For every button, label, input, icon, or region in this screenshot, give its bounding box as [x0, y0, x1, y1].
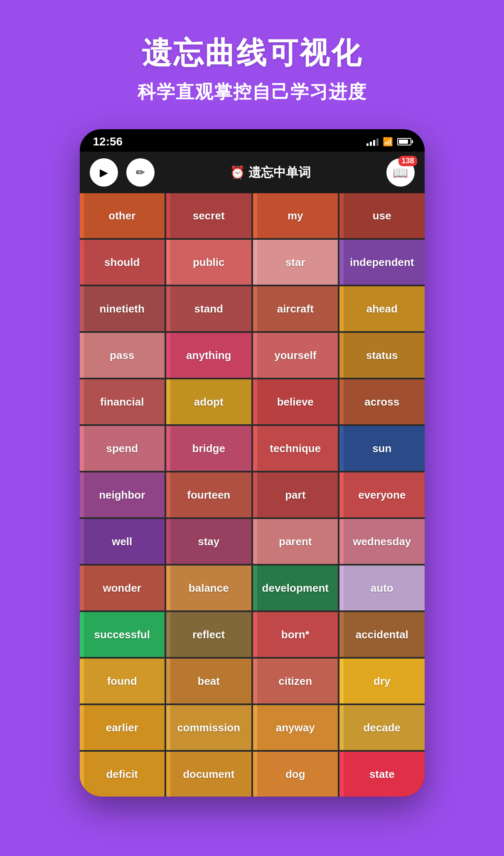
- word-cell[interactable]: public: [166, 240, 251, 285]
- word-cell[interactable]: spend: [80, 426, 165, 471]
- word-cell[interactable]: earlier: [80, 705, 165, 750]
- edit-button[interactable]: ✏: [126, 158, 155, 187]
- word-cell[interactable]: decade: [339, 705, 425, 750]
- word-cell[interactable]: neighbor: [80, 472, 165, 517]
- word-cell[interactable]: ahead: [339, 286, 425, 331]
- phone-mockup: 12:56 📶 ▶ ✏ ⏰ 遗忘中单词 📖 138 oth: [80, 129, 425, 797]
- word-label: auto: [371, 582, 393, 595]
- word-cell[interactable]: parent: [253, 519, 338, 564]
- word-label: dry: [374, 675, 390, 688]
- word-cell[interactable]: ninetieth: [80, 286, 165, 331]
- word-label: development: [262, 582, 329, 595]
- word-label: sun: [372, 442, 391, 455]
- wifi-icon: 📶: [383, 137, 393, 147]
- word-cell[interactable]: reflect: [166, 612, 251, 657]
- word-grid: othersecretmyuseshouldpublicstarindepend…: [80, 193, 425, 797]
- word-cell[interactable]: adopt: [166, 379, 251, 424]
- word-cell[interactable]: balance: [166, 566, 251, 610]
- word-cell[interactable]: stand: [166, 286, 251, 331]
- word-cell[interactable]: secret: [166, 193, 251, 238]
- word-label: spend: [106, 442, 138, 455]
- word-label: fourteen: [187, 489, 230, 502]
- word-label: parent: [279, 535, 312, 548]
- word-cell[interactable]: everyone: [339, 472, 425, 517]
- word-cell[interactable]: commission: [166, 705, 251, 750]
- word-cell[interactable]: pass: [80, 333, 165, 378]
- word-label: everyone: [358, 489, 406, 502]
- word-cell[interactable]: dog: [253, 752, 338, 797]
- word-label: stand: [194, 303, 223, 315]
- word-label: technique: [270, 442, 321, 455]
- signal-icon: [366, 138, 379, 146]
- word-label: believe: [277, 396, 314, 408]
- word-cell[interactable]: my: [253, 193, 338, 238]
- word-cell[interactable]: citizen: [253, 659, 338, 703]
- word-label: ahead: [366, 303, 398, 315]
- battery-icon: [397, 138, 411, 145]
- word-label: other: [108, 209, 135, 222]
- word-cell[interactable]: across: [339, 379, 425, 424]
- word-cell[interactable]: wednesday: [339, 519, 425, 564]
- word-cell[interactable]: financial: [80, 379, 165, 424]
- play-button[interactable]: ▶: [90, 158, 118, 187]
- word-cell[interactable]: born*: [253, 612, 338, 657]
- word-cell[interactable]: wonder: [80, 566, 165, 610]
- word-cell[interactable]: document: [166, 752, 251, 797]
- word-cell[interactable]: anyway: [253, 705, 338, 750]
- word-cell[interactable]: sun: [339, 426, 425, 471]
- word-label: should: [104, 256, 140, 269]
- word-cell[interactable]: successful: [80, 612, 165, 657]
- word-label: bridge: [192, 442, 225, 455]
- word-label: wonder: [103, 582, 141, 595]
- word-cell[interactable]: deficit: [80, 752, 165, 797]
- word-cell[interactable]: status: [339, 333, 425, 378]
- word-label: decade: [363, 721, 401, 734]
- word-label: pass: [110, 349, 134, 362]
- page-title: 遗忘曲线可视化: [138, 33, 367, 73]
- bookmarks-button[interactable]: 📖 138: [386, 158, 415, 187]
- word-label: earlier: [106, 721, 138, 734]
- word-label: successful: [94, 628, 150, 641]
- word-cell[interactable]: part: [253, 472, 338, 517]
- word-cell[interactable]: bridge: [166, 426, 251, 471]
- word-cell[interactable]: fourteen: [166, 472, 251, 517]
- word-cell[interactable]: star: [253, 240, 338, 285]
- word-label: accidental: [356, 628, 408, 641]
- word-cell[interactable]: use: [339, 193, 425, 238]
- word-cell[interactable]: anything: [166, 333, 251, 378]
- word-label: my: [288, 209, 303, 222]
- status-icons: 📶: [366, 137, 411, 147]
- status-bar: 12:56 📶: [80, 129, 425, 152]
- badge-count: 138: [398, 156, 417, 166]
- word-cell[interactable]: auto: [339, 566, 425, 610]
- word-cell[interactable]: technique: [253, 426, 338, 471]
- word-cell[interactable]: state: [339, 752, 425, 797]
- word-label: status: [366, 349, 398, 362]
- word-cell[interactable]: stay: [166, 519, 251, 564]
- word-label: wednesday: [353, 535, 411, 548]
- word-cell[interactable]: yourself: [253, 333, 338, 378]
- word-label: adopt: [194, 396, 224, 408]
- word-cell[interactable]: beat: [166, 659, 251, 703]
- word-label: neighbor: [99, 489, 145, 502]
- word-cell[interactable]: should: [80, 240, 165, 285]
- word-cell[interactable]: aircraft: [253, 286, 338, 331]
- word-label: beat: [198, 675, 220, 688]
- word-cell[interactable]: found: [80, 659, 165, 703]
- word-cell[interactable]: independent: [339, 240, 425, 285]
- word-label: reflect: [192, 628, 225, 641]
- word-label: citizen: [278, 675, 312, 688]
- word-cell[interactable]: other: [80, 193, 165, 238]
- word-label: across: [364, 396, 399, 408]
- play-icon: ▶: [100, 166, 108, 179]
- word-label: use: [373, 209, 391, 222]
- word-cell[interactable]: accidental: [339, 612, 425, 657]
- word-cell[interactable]: well: [80, 519, 165, 564]
- word-cell[interactable]: believe: [253, 379, 338, 424]
- word-cell[interactable]: development: [253, 566, 338, 610]
- word-label: anyway: [276, 721, 315, 734]
- toolbar-title: ⏰ 遗忘中单词: [163, 164, 378, 181]
- word-label: ninetieth: [100, 303, 145, 315]
- word-cell[interactable]: dry: [339, 659, 425, 703]
- word-label: found: [107, 675, 137, 688]
